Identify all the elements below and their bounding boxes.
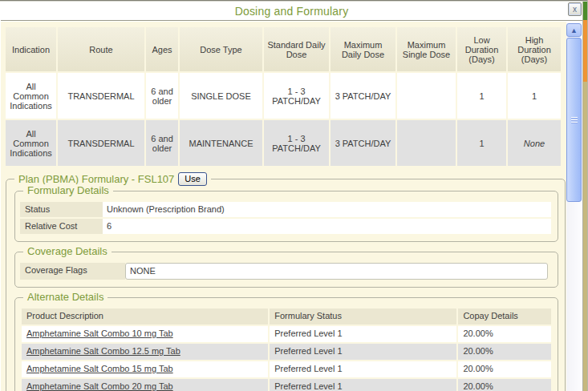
formulary-status-cell: Preferred Level 1: [270, 326, 456, 342]
cell-maximum-daily-dose: 3 PATCH/DAY: [330, 73, 395, 119]
relative-cost-label: Relative Cost: [20, 219, 103, 234]
product-link[interactable]: Amphetamine Salt Combo 12.5 mg Tab: [26, 346, 180, 356]
coverage-details-legend: Coverage Details: [23, 245, 112, 257]
vertical-scrollbar[interactable]: ▲: [566, 23, 582, 391]
cell-route: TRANSDERMAL: [58, 120, 144, 166]
cell-indication: All Common Indications: [6, 73, 56, 119]
cell-high-duration: None: [508, 120, 561, 166]
formulary-status-cell: Preferred Level 1: [270, 344, 456, 360]
col-header-product-description: Product Description: [22, 308, 268, 324]
cell-maximum-daily-dose: 3 PATCH/DAY: [330, 120, 395, 166]
alternate-row: Amphetamine Salt Combo 15 mg Tab Preferr…: [22, 361, 551, 377]
col-header-high-duration: High Duration (Days): [508, 27, 561, 71]
dosing-formulary-window: Dosing and Formulary x Indication Route …: [0, 0, 588, 391]
alternate-details-table: Product Description Formulary Status Cop…: [22, 308, 551, 391]
cell-maximum-single-dose: [397, 120, 456, 166]
col-header-dose-type: Dose Type: [180, 27, 262, 71]
alternate-header-row: Product Description Formulary Status Cop…: [22, 308, 551, 324]
product-cell: Amphetamine Salt Combo 10 mg Tab: [22, 326, 268, 342]
coverage-flags-row: Coverage Flags NONE: [20, 263, 551, 280]
cell-low-duration: 1: [457, 120, 506, 166]
dosing-table-header-row: Indication Route Ages Dose Type Standard…: [6, 27, 561, 71]
product-cell: Amphetamine Salt Combo 20 mg Tab: [22, 379, 268, 391]
col-header-indication: Indication: [6, 27, 56, 71]
coverage-details-fieldset: Coverage Details Coverage Flags NONE: [14, 252, 558, 288]
product-cell: Amphetamine Salt Combo 12.5 mg Tab: [22, 344, 268, 360]
alternate-row: Amphetamine Salt Combo 20 mg Tab Preferr…: [22, 379, 551, 391]
copay-cell: 20.00%: [458, 379, 551, 391]
close-button[interactable]: x: [568, 2, 582, 16]
status-value: Unknown (Prescription Brand): [103, 202, 551, 217]
cell-standard-daily-dose: 1 - 3 PATCH/DAY: [264, 73, 329, 119]
formulary-status-cell: Preferred Level 1: [270, 361, 456, 377]
copay-cell: 20.00%: [458, 326, 551, 342]
dosing-table: Indication Route Ages Dose Type Standard…: [4, 26, 562, 167]
status-row: Status Unknown (Prescription Brand): [20, 202, 551, 217]
col-header-standard-daily-dose: Standard Daily Dose: [264, 27, 329, 71]
formulary-details-legend: Formulary Details: [23, 184, 113, 196]
plan-formulary-legend-text: Plan (PBMA) Formulary - FSL107: [18, 173, 174, 185]
formulary-details-fieldset: Formulary Details Status Unknown (Prescr…: [14, 191, 558, 242]
col-header-maximum-daily-dose: Maximum Daily Dose: [330, 27, 395, 71]
col-header-ages: Ages: [146, 27, 178, 71]
dosing-row-maintenance: All Common Indications TRANSDERMAL 6 and…: [6, 120, 561, 166]
dosing-row-single-dose: All Common Indications TRANSDERMAL 6 and…: [6, 73, 561, 119]
cell-route: TRANSDERMAL: [58, 73, 144, 119]
copay-cell: 20.00%: [458, 344, 551, 360]
cell-dose-type: SINGLE DOSE: [180, 73, 262, 119]
alternate-row: Amphetamine Salt Combo 12.5 mg Tab Prefe…: [22, 344, 551, 360]
product-cell: Amphetamine Salt Combo 15 mg Tab: [22, 361, 268, 377]
cell-dose-type: MAINTENANCE: [180, 120, 262, 166]
cell-standard-daily-dose: 1 - 3 PATCH/DAY: [264, 120, 329, 166]
copay-cell: 20.00%: [458, 361, 551, 377]
cell-low-duration: 1: [457, 73, 506, 119]
cell-ages: 6 and older: [146, 120, 178, 166]
window-titlebar: Dosing and Formulary: [1, 2, 582, 20]
plan-formulary-fieldset: Plan (PBMA) Formulary - FSL107 Use Formu…: [6, 179, 566, 391]
chevron-up-icon: ▲: [570, 26, 578, 34]
cell-high-duration: 1: [508, 73, 561, 119]
col-header-low-duration: Low Duration (Days): [457, 27, 506, 71]
col-header-copay-details: Copay Details: [458, 308, 551, 324]
product-link[interactable]: Amphetamine Salt Combo 15 mg Tab: [26, 364, 173, 373]
product-link[interactable]: Amphetamine Salt Combo 20 mg Tab: [26, 381, 173, 391]
coverage-flags-label: Coverage Flags: [20, 263, 125, 280]
use-button[interactable]: Use: [178, 172, 207, 186]
close-icon: x: [573, 5, 577, 14]
product-link[interactable]: Amphetamine Salt Combo 10 mg Tab: [26, 329, 173, 338]
alternate-details-fieldset: Alternate Details Product Description Fo…: [14, 297, 558, 391]
dialog-content: Indication Route Ages Dose Type Standard…: [1, 22, 566, 391]
alternate-row: Amphetamine Salt Combo 10 mg Tab Preferr…: [22, 326, 551, 342]
cell-indication: All Common Indications: [6, 120, 56, 166]
formulary-status-cell: Preferred Level 1: [270, 379, 456, 391]
cell-maximum-single-dose: [397, 73, 456, 119]
alternate-details-legend: Alternate Details: [23, 291, 107, 303]
status-label: Status: [20, 202, 103, 217]
col-header-maximum-single-dose: Maximum Single Dose: [397, 27, 456, 71]
relative-cost-value: 6: [103, 219, 551, 234]
col-header-route: Route: [58, 27, 144, 71]
cell-ages: 6 and older: [146, 73, 178, 119]
page-title: Dosing and Formulary: [235, 5, 349, 18]
scrollbar-thumb[interactable]: [566, 38, 582, 202]
scroll-up-button[interactable]: ▲: [566, 23, 582, 37]
relative-cost-row: Relative Cost 6: [20, 219, 551, 234]
col-header-formulary-status: Formulary Status: [270, 308, 456, 324]
coverage-flags-value: NONE: [125, 263, 548, 280]
